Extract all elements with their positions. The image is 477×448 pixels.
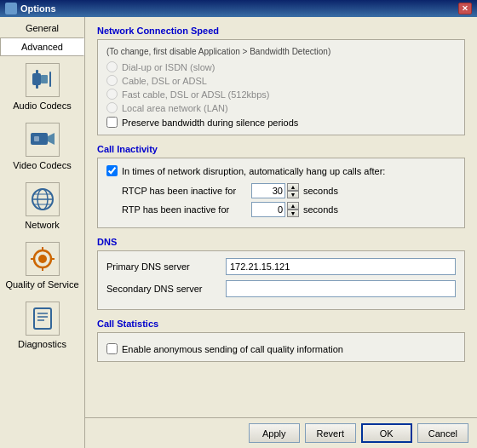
rtcp-unit: seconds [303, 186, 338, 196]
call-statistics-title: Call Statistics [97, 319, 465, 329]
radio-fast-cable: Fast cable, DSL or ADSL (512kbps) [106, 89, 456, 100]
button-bar: Apply Revert OK Cancel [85, 417, 477, 448]
call-stats-checkbox[interactable] [106, 343, 118, 354]
diagnostics-label: Diagnostics [18, 339, 66, 349]
diagnostics-icon [26, 302, 60, 336]
dns-block: Primary DNS server Secondary DNS server [97, 250, 465, 310]
network-icon [26, 182, 60, 216]
radio-fast-cable-input [106, 89, 118, 100]
rtcp-up-btn[interactable]: ▲ [287, 183, 299, 191]
sidebar-item-diagnostics[interactable]: Diagnostics [0, 295, 84, 354]
main-container: General Advanced Audio Codecs [0, 17, 477, 448]
radio-cable: Cable, DSL or ADSL [106, 75, 456, 86]
radio-cable-label: Cable, DSL or ADSL [122, 76, 207, 86]
apply-button[interactable]: Apply [249, 423, 300, 443]
sidebar-item-video-codecs[interactable]: Video Codecs [0, 116, 84, 175]
svg-point-13 [38, 255, 47, 263]
network-label: Network [25, 220, 59, 230]
sidebar-item-quality-of-service[interactable]: Quality of Service [0, 235, 84, 295]
svg-marker-5 [48, 133, 55, 145]
rtp-down-btn[interactable]: ▼ [287, 210, 299, 217]
rtp-label: RTP has been inactive for [106, 204, 251, 215]
tab-general[interactable]: General [0, 19, 84, 37]
video-codecs-icon [26, 123, 60, 157]
network-speed-title: Network Connection Speed [97, 26, 465, 36]
rtcp-label: RTCP has been inactive for [106, 186, 251, 196]
preserve-bandwidth-label: Preserve bandwidth during silence period… [122, 118, 298, 128]
rtp-row: RTP has been inactive for ▲ ▼ seconds [106, 202, 456, 217]
svg-rect-3 [49, 72, 51, 87]
preserve-bandwidth-row[interactable]: Preserve bandwidth during silence period… [106, 117, 456, 128]
radio-lan-input [106, 102, 118, 113]
radio-fast-cable-label: Fast cable, DSL or ADSL (512kbps) [122, 89, 269, 100]
call-stats-label: Enable anonymous sending of call quality… [122, 344, 343, 354]
rtcp-row: RTCP has been inactive for ▲ ▼ seconds [106, 183, 456, 198]
ok-button[interactable]: OK [361, 423, 412, 443]
radio-dialup-input [106, 61, 118, 72]
sidebar-item-network[interactable]: Network [0, 175, 84, 235]
inactivity-check-row: In times of network disruption, automati… [106, 165, 456, 176]
secondary-dns-label: Secondary DNS server [106, 284, 226, 294]
sidebar-item-audio-codecs[interactable]: Audio Codecs [0, 56, 84, 116]
rtp-spinner-buttons: ▲ ▼ [287, 202, 299, 217]
svg-rect-6 [34, 136, 39, 141]
window-title: Options [20, 3, 56, 14]
svg-rect-18 [34, 308, 51, 329]
rtp-input[interactable] [251, 202, 285, 217]
radio-lan: Local area network (LAN) [106, 102, 456, 113]
scrollable-content: Network Connection Speed (To change, fir… [85, 17, 477, 448]
call-inactivity-block: In times of network disruption, automati… [97, 158, 465, 228]
sidebar: General Advanced Audio Codecs [0, 17, 85, 448]
rtcp-spinner: ▲ ▼ [251, 183, 299, 198]
title-bar: Options ✕ [0, 0, 477, 17]
rtcp-spinner-buttons: ▲ ▼ [287, 183, 299, 198]
radio-cable-input [106, 75, 118, 86]
rtcp-down-btn[interactable]: ▼ [287, 191, 299, 198]
title-bar-left: Options [5, 3, 56, 14]
secondary-dns-row: Secondary DNS server [106, 280, 456, 297]
network-speed-block: (To change, first disable Application > … [97, 39, 465, 135]
svg-rect-2 [41, 75, 48, 83]
rtcp-input[interactable] [251, 183, 285, 198]
svg-rect-1 [36, 70, 38, 89]
cancel-button[interactable]: Cancel [417, 423, 468, 443]
radio-dialup: Dial-up or ISDN (slow) [106, 61, 456, 72]
tab-advanced[interactable]: Advanced [0, 37, 84, 56]
video-codecs-label: Video Codecs [13, 160, 71, 170]
call-stats-check-row: Enable anonymous sending of call quality… [106, 343, 456, 354]
call-inactivity-title: Call Inactivity [97, 144, 465, 154]
primary-dns-label: Primary DNS server [106, 261, 226, 272]
audio-codecs-icon [26, 63, 60, 97]
rtp-unit: seconds [303, 204, 338, 215]
rtp-spinner: ▲ ▼ [251, 202, 299, 217]
call-statistics-block: Enable anonymous sending of call quality… [97, 332, 465, 362]
close-button[interactable]: ✕ [458, 3, 472, 14]
rtp-up-btn[interactable]: ▲ [287, 202, 299, 210]
radio-dialup-label: Dial-up or ISDN (slow) [122, 62, 215, 72]
preserve-bandwidth-checkbox[interactable] [106, 117, 118, 128]
radio-lan-label: Local area network (LAN) [122, 103, 228, 113]
primary-dns-input[interactable] [226, 258, 456, 275]
qos-icon [26, 242, 60, 276]
content-wrapper: Network Connection Speed (To change, fir… [85, 17, 477, 448]
network-speed-note: (To change, first disable Application > … [106, 47, 456, 56]
audio-codecs-label: Audio Codecs [13, 101, 72, 111]
primary-dns-row: Primary DNS server [106, 258, 456, 275]
secondary-dns-input[interactable] [226, 280, 456, 297]
qos-label: Quality of Service [5, 279, 78, 290]
inactivity-check-label: In times of network disruption, automati… [122, 166, 385, 176]
app-icon [5, 3, 17, 14]
inactivity-checkbox[interactable] [106, 165, 118, 176]
dns-title: DNS [97, 237, 465, 247]
revert-button[interactable]: Revert [305, 423, 356, 443]
